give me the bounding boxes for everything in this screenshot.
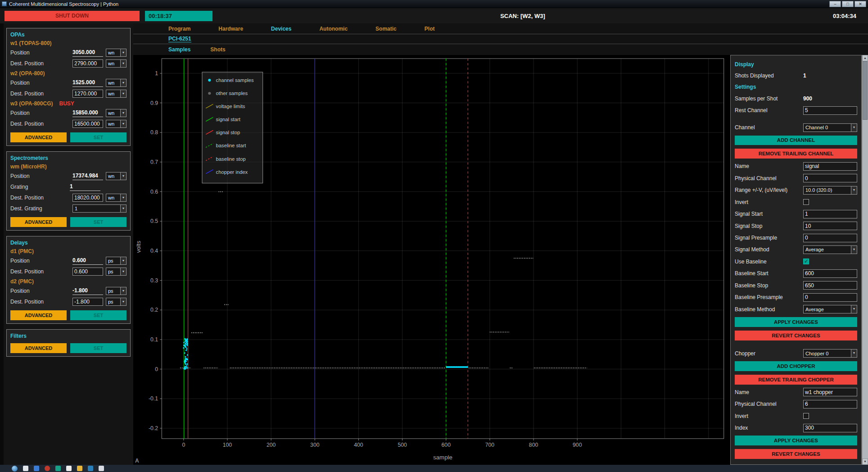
scroll-down-icon[interactable]: ▼ <box>862 458 868 465</box>
signal-method-dropdown[interactable]: Average▼ <box>803 245 857 254</box>
units-dropdown[interactable]: wn▼ <box>106 120 127 128</box>
apply-changes-button[interactable]: APPLY CHANGES <box>735 317 857 327</box>
physical-channel-label: Physical Channel <box>735 175 803 182</box>
physical-channel-input[interactable] <box>803 174 857 182</box>
units-dropdown[interactable]: ps▼ <box>106 268 127 276</box>
tab-hardware[interactable]: Hardware <box>218 26 243 32</box>
tab-samples[interactable]: Samples <box>168 46 190 53</box>
units-dropdown[interactable]: ps▼ <box>106 287 127 295</box>
units-dropdown[interactable]: wn▼ <box>106 172 127 180</box>
dest-position-input[interactable] <box>72 268 103 276</box>
dest-position-input[interactable] <box>72 59 103 68</box>
tab-shots[interactable]: Shots <box>210 46 225 53</box>
channel-name-input[interactable] <box>803 162 857 171</box>
advanced-button[interactable]: ADVANCED <box>10 310 67 320</box>
tab-plot[interactable]: Plot <box>425 26 435 32</box>
units-dropdown[interactable]: wn▼ <box>106 49 127 57</box>
tab-pci-6251[interactable]: PCI-6251 <box>168 36 191 42</box>
add-channel-button[interactable]: ADD CHANNEL <box>735 136 857 145</box>
advanced-button[interactable]: ADVANCED <box>10 132 67 142</box>
set-button[interactable]: SET <box>70 132 127 142</box>
tab-program[interactable]: Program <box>168 26 190 32</box>
scrollbar-thumb[interactable] <box>863 61 868 120</box>
advanced-button[interactable]: ADVANCED <box>10 217 67 227</box>
units-dropdown[interactable]: wn▼ <box>106 59 127 68</box>
chopper-name-input[interactable] <box>803 388 857 396</box>
taskbar-icon[interactable] <box>55 466 61 471</box>
signal-start-input[interactable] <box>803 210 857 218</box>
dest-position-label: Dest. Position <box>10 121 72 127</box>
set-button[interactable]: SET <box>70 343 127 353</box>
taskbar-icon[interactable] <box>88 466 93 471</box>
scrollbar-track[interactable] <box>862 61 868 458</box>
taskbar-icon[interactable] <box>34 466 39 471</box>
use-baseline-checkbox[interactable] <box>803 259 809 264</box>
chopper-physical-channel-input[interactable] <box>803 400 857 408</box>
chevron-down-icon: ▼ <box>851 305 857 313</box>
set-button[interactable]: SET <box>70 310 127 320</box>
system-clock: 03:04:34 <box>833 13 856 19</box>
taskbar-icon[interactable] <box>77 466 82 471</box>
tab-somatic[interactable]: Somatic <box>375 26 397 32</box>
scroll-up-icon[interactable]: ▲ <box>862 55 868 61</box>
taskbar-icon[interactable] <box>99 466 104 471</box>
delays-title: Delays <box>10 240 127 246</box>
units-dropdown[interactable]: ps▼ <box>106 298 127 306</box>
signal-presample-input[interactable] <box>803 234 857 242</box>
taskbar-icon[interactable] <box>45 466 50 471</box>
rest-channel-input[interactable] <box>803 106 857 115</box>
plot-canvas[interactable]: 0100200300400500600700800900-0.2-0.100.1… <box>133 55 730 465</box>
units-dropdown[interactable]: wn▼ <box>106 79 127 87</box>
add-chopper-button[interactable]: ADD CHOPPER <box>735 361 857 371</box>
start-button-icon[interactable] <box>12 466 18 472</box>
chopper-dropdown[interactable]: Chopper 0▼ <box>803 349 857 358</box>
scrollbar[interactable]: ▲ ▼ <box>862 55 868 465</box>
baseline-presample-input[interactable] <box>803 293 857 302</box>
taskbar-icon[interactable] <box>66 466 72 471</box>
units-dropdown[interactable]: wn▼ <box>106 194 127 202</box>
baseline-stop-input[interactable] <box>803 281 857 290</box>
close-icon[interactable]: ✕ <box>854 1 866 7</box>
hardware-name-label: w1 (TOPAS-800) <box>10 40 52 46</box>
advanced-button[interactable]: ADVANCED <box>10 343 67 353</box>
dest-position-input[interactable] <box>72 194 103 202</box>
baseline-start-input[interactable] <box>803 269 857 278</box>
dest-grating-row: Dest. Grating 1▼ <box>10 204 127 213</box>
autoscale-button[interactable]: A <box>135 458 139 464</box>
opas-title: OPAs <box>10 32 127 38</box>
units-dropdown[interactable]: wn▼ <box>106 90 127 98</box>
tab-devices[interactable]: Devices <box>271 26 291 32</box>
revert-changes-button[interactable]: REVERT CHANGES <box>735 331 857 340</box>
units-dropdown[interactable]: ps▼ <box>106 257 127 265</box>
maximize-icon[interactable]: □ <box>842 1 854 7</box>
apply-changes-button[interactable]: APPLY CHANGES <box>735 436 857 445</box>
remove-trailing-channel-button[interactable]: REMOVE TRAILING CHANNEL <box>735 149 857 159</box>
taskbar-icon[interactable] <box>23 466 28 471</box>
invert-checkbox[interactable] <box>803 199 809 205</box>
samples-per-shot-value: 900 <box>803 95 857 102</box>
signal-stop-input[interactable] <box>803 222 857 230</box>
units-value: wn <box>106 50 120 55</box>
revert-changes-button[interactable]: REVERT CHANGES <box>735 449 857 459</box>
samples-plot[interactable]: 0100200300400500600700800900-0.2-0.100.1… <box>133 55 730 465</box>
set-button[interactable]: SET <box>70 217 127 227</box>
minimize-icon[interactable]: – <box>829 1 841 7</box>
range-dropdown[interactable]: 10.0 (320.0)▼ <box>803 186 857 195</box>
chopper-invert-checkbox[interactable] <box>803 413 809 419</box>
dest-grating-dropdown[interactable]: 1▼ <box>72 204 127 213</box>
units-dropdown[interactable]: wn▼ <box>106 109 127 117</box>
remove-trailing-chopper-button[interactable]: REMOVE TRAILING CHOPPER <box>735 375 857 385</box>
position-row: Position 0.600 ps▼ <box>10 256 127 265</box>
dest-position-input[interactable] <box>72 90 103 98</box>
dest-position-input[interactable] <box>72 120 103 128</box>
dest-position-input[interactable] <box>72 298 103 306</box>
chevron-down-icon: ▼ <box>120 298 126 305</box>
baseline-method-value: Average <box>804 307 851 312</box>
spectrometers-title: Spectrometers <box>10 155 127 161</box>
shutdown-button[interactable]: SHUT DOWN <box>5 11 140 21</box>
chopper-index-input[interactable] <box>803 424 857 432</box>
baseline-method-dropdown[interactable]: Average▼ <box>803 305 857 313</box>
dest-position-label: Dest. Position <box>10 91 72 97</box>
tab-autonomic[interactable]: Autonomic <box>319 26 348 32</box>
channel-dropdown[interactable]: Channel 0▼ <box>803 123 857 132</box>
